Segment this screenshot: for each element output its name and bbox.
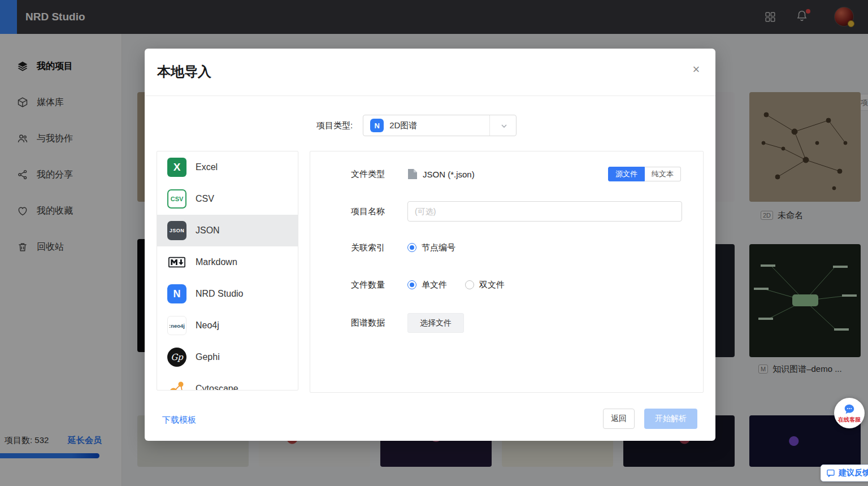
node-id-option-label: 节点编号: [422, 242, 455, 253]
choose-file-button[interactable]: 选择文件: [407, 313, 464, 333]
file-count-row: 文件数量 单文件 双文件: [310, 275, 703, 295]
feedback-icon: [826, 468, 835, 478]
format-item-markdown[interactable]: Markdown: [157, 246, 298, 278]
gephi-icon: Gp: [167, 348, 186, 367]
neo4j-icon: :neo4j: [167, 316, 186, 335]
project-name-label: 项目名称: [310, 206, 385, 217]
file-mode-toggle: 源文件 纯文本: [608, 167, 681, 181]
markdown-icon: [167, 253, 186, 272]
feedback-label: 建议反馈: [839, 468, 868, 478]
csv-icon: CSV: [167, 189, 186, 209]
import-form-panel: 文件类型 JSON (*.json) 源文件 纯文本 项目名称 关联索引 节点编…: [310, 151, 704, 393]
project-type-row: 项目类型: N 2D图谱: [316, 114, 517, 137]
download-template-link[interactable]: 下载模板: [162, 415, 196, 426]
format-item-gephi[interactable]: Gp Gephi: [157, 341, 298, 373]
source-file-toggle[interactable]: 源文件: [608, 167, 645, 181]
project-type-label: 项目类型:: [316, 120, 353, 131]
node-id-radio[interactable]: [407, 243, 416, 252]
file-icon: [407, 168, 418, 180]
index-row: 关联索引 节点编号: [310, 237, 703, 258]
online-service-label: 在线客服: [838, 416, 861, 424]
index-label: 关联索引: [310, 242, 385, 253]
dual-file-label: 双文件: [479, 280, 505, 290]
format-item-json[interactable]: JSON JSON: [157, 215, 298, 246]
excel-icon: X: [167, 158, 186, 177]
chat-bubble-icon: [843, 403, 856, 415]
dropdown-divider: [489, 115, 490, 136]
graph-data-label: 图谱数据: [310, 318, 385, 328]
dual-file-radio[interactable]: [465, 280, 474, 289]
close-icon[interactable]: ×: [688, 62, 704, 77]
file-type-value: JSON (*.json): [423, 170, 475, 179]
json-icon: JSON: [167, 221, 186, 240]
file-count-label: 文件数量: [310, 280, 385, 290]
dialog-header: 本地导入 ×: [145, 49, 715, 96]
format-item-neo4j[interactable]: :neo4j Neo4j: [157, 310, 298, 341]
project-name-input[interactable]: [407, 201, 682, 222]
format-item-cytoscape[interactable]: Cytoscape: [157, 373, 298, 390]
file-type-row: 文件类型 JSON (*.json) 源文件 纯文本: [310, 164, 703, 184]
file-type-label: 文件类型: [310, 169, 385, 180]
feedback-button[interactable]: 建议反馈: [821, 465, 868, 481]
project-name-row: 项目名称: [310, 201, 703, 222]
format-list: X Excel CSV CSV JSON JSON Markdown N NRD…: [157, 151, 298, 390]
nrd-2d-icon: N: [370, 119, 384, 132]
project-type-value: 2D图谱: [389, 120, 417, 131]
format-item-nrd-studio[interactable]: N NRD Studio: [157, 278, 298, 310]
project-type-dropdown[interactable]: N 2D图谱: [363, 115, 517, 136]
start-parse-button[interactable]: 开始解析: [644, 409, 697, 429]
single-file-radio[interactable]: [407, 280, 416, 289]
dialog-title: 本地导入: [157, 63, 211, 81]
cytoscape-icon: [167, 379, 186, 390]
format-item-excel[interactable]: X Excel: [157, 151, 298, 183]
local-import-dialog: 本地导入 × 项目类型: N 2D图谱 X Excel CSV CSV JSON…: [145, 49, 715, 441]
online-service-button[interactable]: 在线客服: [834, 398, 865, 428]
chevron-down-icon: [500, 122, 508, 130]
nrd-studio-icon: N: [167, 284, 186, 303]
graph-data-row: 图谱数据 选择文件: [310, 313, 703, 333]
plain-text-toggle[interactable]: 纯文本: [645, 167, 681, 181]
format-item-csv[interactable]: CSV CSV: [157, 183, 298, 215]
single-file-label: 单文件: [422, 280, 447, 290]
back-button[interactable]: 返回: [603, 409, 635, 429]
